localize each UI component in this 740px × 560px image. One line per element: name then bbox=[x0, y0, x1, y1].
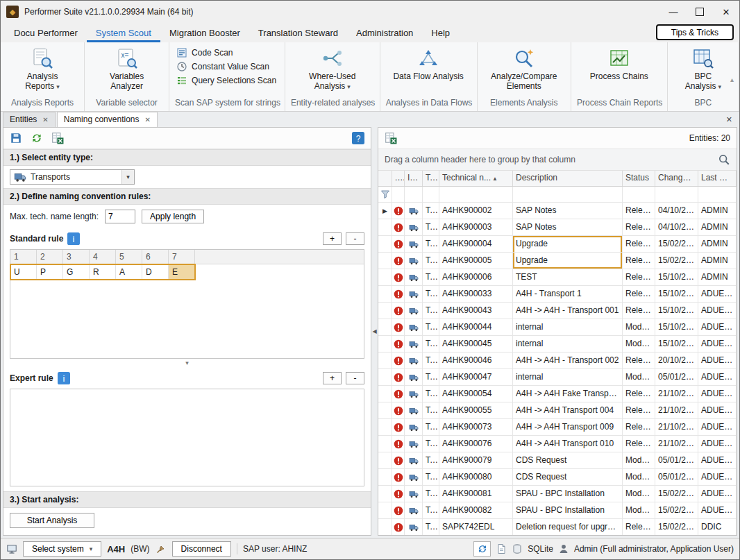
description-cell[interactable]: Upgrade bbox=[513, 253, 623, 269]
doc-tab-naming-conventions[interactable]: Naming conventions✕ bbox=[57, 112, 158, 127]
select-system-button[interactable]: Select system ▾ bbox=[23, 541, 101, 557]
standard-rule-add-button[interactable]: + bbox=[323, 232, 342, 245]
last-changed-by-cell[interactable]: ADUERR... bbox=[698, 303, 737, 319]
table-row[interactable]: T...A4HK900045internalModifi...15/10/20.… bbox=[378, 336, 737, 353]
filter-cell-expander[interactable] bbox=[378, 187, 392, 202]
column-header-status[interactable]: Status bbox=[623, 171, 655, 186]
table-row[interactable]: T...A4HK900054A4H -> A4H Fake Transport … bbox=[378, 386, 737, 402]
status-cell[interactable]: Modifi... bbox=[623, 319, 655, 335]
rule-cell[interactable]: U bbox=[10, 264, 37, 280]
standard-rule-empty-area[interactable] bbox=[10, 280, 364, 358]
expert-rule-add-button[interactable]: + bbox=[323, 372, 342, 384]
row-expander[interactable] bbox=[378, 269, 392, 285]
column-header-desc[interactable]: Description bbox=[513, 171, 623, 186]
standard-rule-row[interactable]: UPGRADE bbox=[10, 264, 195, 280]
collapse-chevron-icon[interactable]: ▾ bbox=[3, 359, 371, 368]
ribbon-button-constant-value-scan[interactable]: Constant Value Scan bbox=[176, 61, 269, 72]
start-analysis-button[interactable]: Start Analysis bbox=[10, 513, 94, 528]
type-cell[interactable]: T... bbox=[423, 486, 439, 502]
status-cell[interactable]: Releas... bbox=[623, 436, 655, 452]
last-changed-by-cell[interactable]: ADUERR... bbox=[698, 436, 737, 452]
change-date-cell[interactable]: 21/10/20... bbox=[655, 402, 698, 418]
refresh-icon[interactable] bbox=[31, 132, 43, 144]
table-row[interactable]: T...SAPK742EDLDeletion request for upgra… bbox=[378, 519, 737, 535]
type-cell[interactable]: T... bbox=[423, 402, 439, 418]
error-cell[interactable] bbox=[392, 319, 405, 335]
error-cell[interactable] bbox=[392, 253, 405, 269]
table-row[interactable]: T...A4HK900082SPAU - BPC InstallationMod… bbox=[378, 502, 737, 519]
filter-cell-type[interactable] bbox=[423, 187, 439, 202]
row-expander[interactable] bbox=[378, 419, 392, 435]
status-cell[interactable]: Releas... bbox=[623, 519, 655, 535]
change-date-cell[interactable]: 15/10/20... bbox=[655, 319, 698, 335]
status-cell[interactable]: Releas... bbox=[623, 253, 655, 269]
change-date-cell[interactable]: 15/02/20... bbox=[655, 486, 698, 502]
ribbon-button-bpc-analysis[interactable]: BPC Analysis▾ bbox=[672, 45, 734, 93]
table-row[interactable]: T...A4HK900079CDS RequestModifi...05/01/… bbox=[378, 452, 737, 469]
type-cell[interactable]: T... bbox=[423, 369, 439, 385]
row-expander[interactable] bbox=[378, 319, 392, 335]
apply-length-button[interactable]: Apply length bbox=[142, 210, 204, 223]
disconnect-button[interactable]: Disconnect bbox=[172, 541, 231, 557]
ribbon-button-process-chains[interactable]: Process Chains bbox=[586, 45, 653, 83]
type-cell[interactable]: T... bbox=[423, 469, 439, 485]
last-changed-by-cell[interactable]: ADMIN bbox=[698, 203, 737, 219]
last-changed-by-cell[interactable]: ADUERR... bbox=[698, 353, 737, 368]
error-cell[interactable] bbox=[392, 386, 405, 402]
error-cell[interactable] bbox=[392, 269, 405, 285]
technical-name-cell[interactable]: A4HK900046 bbox=[439, 353, 513, 368]
type-cell[interactable]: T... bbox=[423, 253, 439, 269]
status-cell[interactable]: Releas... bbox=[623, 402, 655, 418]
row-expander[interactable] bbox=[378, 286, 392, 302]
last-changed-by-cell[interactable]: ADUERR... bbox=[698, 286, 737, 302]
description-cell[interactable]: SAP Notes bbox=[513, 203, 623, 219]
change-date-cell[interactable]: 21/10/20... bbox=[655, 419, 698, 435]
description-cell[interactable]: A4H -> A4H Transport 009 bbox=[513, 419, 623, 435]
table-row[interactable]: T...A4HK900043A4H -> A4H - Transport 001… bbox=[378, 303, 737, 319]
rule-cell[interactable]: E bbox=[169, 264, 195, 280]
technical-name-cell[interactable]: A4HK900005 bbox=[439, 253, 513, 269]
technical-name-cell[interactable]: A4HK900043 bbox=[439, 303, 513, 319]
icon-cell[interactable] bbox=[405, 402, 423, 418]
menu-tab-translation-steward[interactable]: Translation Steward bbox=[249, 23, 347, 42]
chevron-down-icon[interactable]: ▾ bbox=[121, 170, 134, 184]
icon-cell[interactable] bbox=[405, 219, 423, 235]
menu-tab-administration[interactable]: Administration bbox=[347, 23, 422, 42]
error-cell[interactable] bbox=[392, 236, 405, 252]
status-cell[interactable]: Modifi... bbox=[623, 369, 655, 385]
row-expander[interactable] bbox=[378, 219, 392, 235]
icon-cell[interactable] bbox=[405, 419, 423, 435]
row-expander[interactable] bbox=[378, 486, 392, 502]
last-changed-by-cell[interactable]: ADMIN bbox=[698, 269, 737, 285]
status-cell[interactable]: Modifi... bbox=[623, 486, 655, 502]
ribbon-button-data-flow-analysis[interactable]: Data Flow Analysis bbox=[389, 45, 467, 83]
technical-name-cell[interactable]: A4HK900081 bbox=[439, 486, 513, 502]
type-cell[interactable]: T... bbox=[423, 353, 439, 368]
icon-cell[interactable] bbox=[405, 319, 423, 335]
change-date-cell[interactable]: 04/10/20... bbox=[655, 219, 698, 235]
row-expander[interactable] bbox=[378, 469, 392, 485]
table-row[interactable]: T...A4HK900081SPAU - BPC InstallationMod… bbox=[378, 486, 737, 502]
type-cell[interactable]: T... bbox=[423, 502, 439, 518]
row-expander[interactable] bbox=[378, 452, 392, 468]
type-cell[interactable]: T... bbox=[423, 236, 439, 252]
status-cell[interactable]: Releas... bbox=[623, 219, 655, 235]
type-cell[interactable]: T... bbox=[423, 319, 439, 335]
filter-cell-desc[interactable] bbox=[513, 187, 623, 202]
change-date-cell[interactable]: 05/01/20... bbox=[655, 369, 698, 385]
filter-cell-icon[interactable] bbox=[405, 187, 423, 202]
status-cell[interactable]: Modifi... bbox=[623, 502, 655, 518]
table-row[interactable]: T...A4HK900046A4H -> A4H - Transport 002… bbox=[378, 353, 737, 369]
report-icon[interactable] bbox=[496, 543, 507, 554]
status-cell[interactable]: Modifi... bbox=[623, 336, 655, 352]
ribbon-button-analysis-reports[interactable]: Analysis Reports▾ bbox=[5, 45, 80, 93]
row-expander[interactable] bbox=[378, 386, 392, 402]
expert-rule-area[interactable] bbox=[10, 389, 364, 486]
change-date-cell[interactable]: 15/10/20... bbox=[655, 269, 698, 285]
search-icon[interactable] bbox=[718, 153, 730, 166]
status-cell[interactable]: Releas... bbox=[623, 269, 655, 285]
last-changed-by-cell[interactable]: ADUERR... bbox=[698, 336, 737, 352]
filter-cell-change[interactable] bbox=[655, 187, 698, 202]
icon-cell[interactable] bbox=[405, 386, 423, 402]
error-cell[interactable] bbox=[392, 336, 405, 352]
